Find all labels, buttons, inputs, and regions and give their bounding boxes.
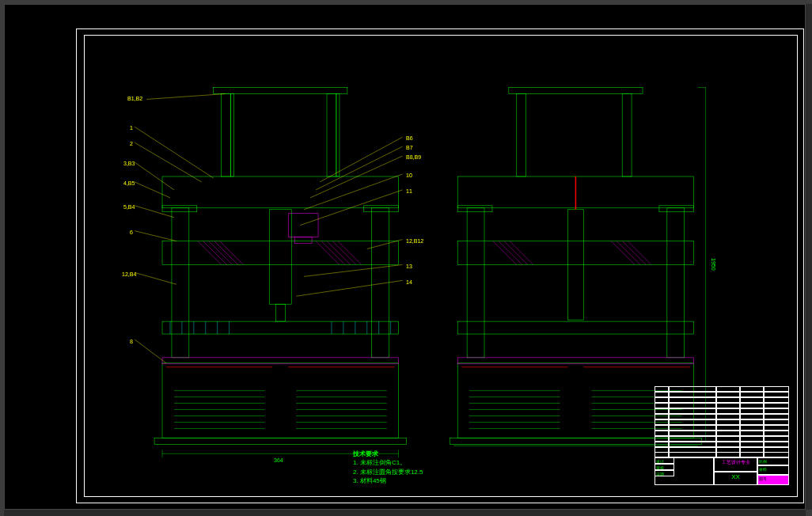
svg-line-111 (304, 264, 402, 276)
callout-2: 2 (130, 141, 133, 146)
svg-rect-38 (162, 363, 399, 438)
tb-xx: XX (714, 472, 757, 485)
title-block: 工艺设计专业 XX 比例 材料 图号 设计 审核 日期 (655, 386, 789, 485)
cad-canvas[interactable]: B1,B2 1 2 3,B3 4,B5 5,B4 6 12,B4 8 B6 B7… (4, 4, 806, 510)
svg-line-100 (135, 182, 170, 198)
svg-rect-1 (222, 94, 231, 176)
svg-line-101 (135, 206, 174, 218)
svg-line-99 (135, 162, 174, 190)
callout-8: 8 (130, 339, 133, 344)
callout-b6: B6 (406, 135, 413, 141)
tb-num: 图号 (757, 475, 789, 485)
svg-line-108 (304, 174, 402, 210)
svg-line-103 (135, 272, 176, 284)
tb-r9 (655, 431, 789, 436)
svg-rect-76 (457, 321, 694, 334)
notes-line2: 2. 未标注圆角按要求12.5 (353, 468, 423, 476)
notes-block: 技术要求 1. 未标注倒角C1。 2. 未标注圆角按要求12.5 3. 材料45… (353, 450, 423, 485)
svg-rect-0 (214, 88, 347, 94)
callout-12b: 12,B12 (406, 238, 423, 244)
callout-12: 12,B4 (122, 271, 136, 277)
svg-rect-57 (509, 88, 643, 94)
svg-line-68 (504, 241, 528, 265)
svg-rect-5 (162, 176, 399, 208)
tb-r2 (655, 392, 789, 397)
tb-scale: 比例 (757, 457, 789, 465)
callout-b7: B7 (406, 145, 413, 150)
svg-line-104 (135, 340, 166, 363)
dim-width: 364 (274, 457, 283, 463)
callout-4: 4,B5 (123, 180, 135, 186)
svg-rect-23 (288, 214, 318, 237)
callout-3: 3,B3 (123, 161, 135, 166)
svg-rect-64 (659, 206, 694, 212)
scrollbar-horizontal[interactable] (4, 510, 806, 516)
callout-1: 1 (130, 125, 133, 131)
svg-rect-9 (364, 206, 399, 212)
callout-11: 11 (406, 188, 412, 194)
svg-rect-59 (622, 94, 632, 176)
tb-r7 (655, 419, 789, 425)
notes-line1: 1. 未标注倒角C1。 (353, 458, 423, 467)
svg-line-18 (327, 241, 351, 265)
svg-rect-40 (154, 438, 406, 444)
tb-r5 (655, 408, 789, 414)
svg-line-105 (320, 137, 402, 182)
svg-rect-22 (275, 304, 285, 321)
svg-line-109 (300, 190, 402, 226)
svg-line-102 (135, 231, 176, 241)
svg-line-106 (316, 146, 402, 190)
svg-line-71 (617, 241, 640, 265)
svg-line-112 (296, 280, 402, 296)
tb-mat: 材料 (757, 465, 789, 475)
tb-r3 (655, 397, 789, 403)
svg-rect-4 (336, 94, 340, 176)
callout-5: 5,B4 (123, 204, 135, 210)
callout-14: 14 (406, 279, 412, 285)
tb-r4 (655, 403, 789, 408)
svg-rect-58 (517, 94, 526, 176)
tb-title: 工艺设计专业 (714, 457, 757, 472)
tb-date: 日期 (655, 470, 674, 476)
tb-r6 (655, 414, 789, 419)
tb-check: 审核 (655, 464, 674, 470)
scrollbar-vertical[interactable] (806, 4, 812, 510)
callout-6: 6 (130, 230, 133, 235)
tb-r11 (655, 442, 789, 447)
svg-rect-24 (294, 237, 312, 244)
tb-r12 (655, 447, 789, 453)
callout-b8b9: B8,B9 (406, 154, 421, 160)
notes-line3: 3. 材料45钢 (353, 476, 423, 485)
svg-line-13 (209, 241, 233, 265)
callout-13: 13 (406, 264, 412, 269)
tb-design: 设计 (655, 457, 674, 464)
svg-rect-63 (457, 206, 492, 212)
callout-b1b2: B1,B2 (127, 96, 142, 101)
notes-title: 技术要求 (353, 450, 423, 458)
tb-r1 (655, 386, 789, 392)
svg-rect-10 (162, 241, 399, 265)
svg-line-67 (499, 241, 522, 265)
tb-r8 (655, 425, 789, 431)
svg-line-72 (622, 241, 646, 265)
dim-height: 1950 (711, 258, 716, 271)
svg-rect-25 (162, 321, 399, 334)
svg-line-96 (146, 94, 226, 100)
svg-rect-62 (667, 208, 685, 358)
svg-rect-8 (162, 206, 197, 212)
svg-rect-6 (172, 208, 189, 358)
svg-rect-2 (231, 94, 234, 176)
svg-rect-65 (457, 241, 694, 265)
svg-line-97 (135, 127, 214, 178)
callout-10: 10 (406, 173, 412, 178)
svg-rect-3 (327, 94, 336, 176)
tb-r10 (655, 436, 789, 442)
svg-rect-61 (467, 208, 484, 358)
